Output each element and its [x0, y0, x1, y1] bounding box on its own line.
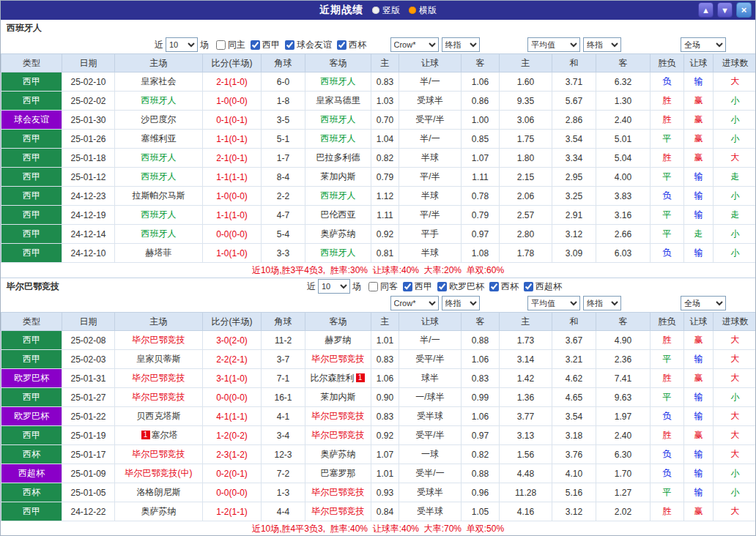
away-team-name[interactable]: 奥萨苏纳 [305, 225, 371, 244]
avg-draw-odds: 3.54 [552, 407, 596, 426]
average-select[interactable]: 平均值 [527, 37, 580, 52]
away-team-name[interactable]: 毕尔巴鄂竞技 [305, 483, 371, 502]
league-filter-input[interactable] [285, 40, 294, 50]
avg-home-odds: 1.42 [500, 369, 552, 388]
bookmaker-select[interactable]: Crow* [390, 296, 439, 310]
layout-radio-horizontal[interactable]: 横版 [409, 4, 437, 17]
odds-away: 0.86 [462, 92, 500, 111]
home-team-name[interactable]: 皇家贝蒂斯 [115, 350, 203, 369]
home-team-name[interactable]: 毕尔巴鄂竞技 [115, 388, 203, 407]
average-select[interactable]: 平均值 [527, 296, 580, 310]
away-team-name[interactable]: 巴塞罗那 [305, 464, 371, 483]
home-team-name[interactable]: 西班牙人 [115, 225, 203, 244]
league-filter-checkbox[interactable]: 西杯 [337, 39, 366, 51]
home-team-name[interactable]: 西班牙人 [115, 168, 203, 187]
avg-home-odds: 9.35 [500, 92, 552, 111]
away-team-label: 比尔森胜利 [311, 373, 355, 383]
league-filter-checkbox[interactable]: 西超杯 [524, 280, 562, 293]
away-team-name[interactable]: 毕尔巴鄂竞技 [305, 350, 371, 369]
recent-filter-group: 近 10 场 同主 西甲 球会友谊 西杯 [152, 37, 366, 53]
league-filter-input[interactable] [489, 282, 499, 291]
result-handicap: 赢 [684, 426, 714, 445]
away-team-name[interactable]: 皇家马德里 [305, 92, 371, 111]
home-team-name[interactable]: 西班牙人 [115, 149, 203, 168]
home-team-name[interactable]: 西班牙人 [115, 92, 203, 111]
column-header: 主场 [115, 313, 203, 331]
league-filter-checkbox[interactable]: 西甲 [251, 39, 280, 51]
home-team-name[interactable]: 沙巴度尔 [115, 111, 203, 130]
home-team-label: 西班牙人 [141, 152, 177, 163]
away-team-name[interactable]: 毕尔巴鄂竞技 [305, 407, 371, 426]
match-row: 西甲24-12-23拉斯帕尔马斯1-0(0-0)2-2西班牙人1.12半球0.7… [1, 187, 756, 206]
result-outcome: 平 [651, 225, 684, 244]
odds-home: 1.03 [371, 92, 399, 111]
home-team-name[interactable]: 塞维利亚 [115, 130, 203, 149]
match-type-badge: 西甲 [1, 426, 62, 445]
home-team-name[interactable]: 奥萨苏纳 [115, 502, 203, 521]
home-team-name[interactable]: 赫塔菲 [115, 244, 203, 263]
home-team-name[interactable]: 毕尔巴鄂竞技 [115, 331, 203, 350]
away-team-name[interactable]: 奥萨苏纳 [305, 445, 371, 464]
same-venue-checkbox[interactable]: 同主 [216, 39, 245, 51]
away-team-name[interactable]: 莱加内斯 [305, 388, 371, 407]
same-venue-input[interactable] [216, 40, 226, 50]
match-scope-select[interactable]: 全场 [681, 296, 726, 310]
home-team-label: 毕尔巴鄂竞技 [133, 335, 185, 345]
away-team-name[interactable]: 巴拉多利德 [305, 149, 371, 168]
away-team-name[interactable]: 西班牙人 [305, 244, 371, 263]
match-scope-select[interactable]: 全场 [681, 37, 726, 52]
layout-radio-vertical[interactable]: 竖版 [372, 4, 400, 17]
odds-home: 0.83 [371, 350, 399, 369]
final-odds-select[interactable]: 终指 [442, 296, 480, 310]
match-date: 24-12-10 [62, 244, 115, 263]
recent-count-select[interactable]: 10 [318, 279, 350, 294]
away-team-label: 奥萨苏纳 [321, 228, 356, 239]
away-team-name[interactable]: 莱加内斯 [305, 168, 371, 187]
league-filter-checkbox[interactable]: 西甲 [403, 280, 432, 293]
league-filter-input[interactable] [524, 282, 533, 291]
final-odds-select[interactable]: 终指 [583, 37, 621, 52]
close-button[interactable]: × [736, 2, 752, 18]
away-team-name[interactable]: 西班牙人 [305, 130, 371, 149]
home-team-name[interactable]: 皇家社会 [115, 72, 203, 92]
home-team-name[interactable]: 毕尔巴鄂竞技 [115, 445, 203, 464]
away-team-name[interactable]: 比尔森胜利1 [305, 369, 371, 388]
away-team-name[interactable]: 巴伦西亚 [305, 206, 371, 225]
home-team-name[interactable]: 毕尔巴鄂竞技 [115, 369, 203, 388]
avg-away-odds: 4.90 [596, 331, 651, 350]
league-filter-checkbox[interactable]: 欧罗巴杯 [437, 280, 484, 293]
scroll-up-button[interactable]: ▲ [698, 2, 714, 18]
home-team-name[interactable]: 西班牙人 [115, 206, 203, 225]
away-team-name[interactable]: 毕尔巴鄂竞技 [305, 502, 371, 521]
bookmaker-select[interactable]: Crow* [390, 37, 439, 52]
same-venue-checkbox[interactable]: 同客 [368, 280, 398, 293]
home-team-name[interactable]: 拉斯帕尔马斯 [115, 187, 203, 206]
league-filter-checkbox[interactable]: 西杯 [489, 280, 519, 293]
league-filter-checkbox[interactable]: 球会友谊 [285, 39, 332, 51]
result-outcome: 平 [651, 206, 684, 225]
league-filter-input[interactable] [437, 282, 447, 291]
column-header: 主 [371, 313, 399, 331]
recent-count-select[interactable]: 10 [166, 37, 198, 52]
home-team-name[interactable]: 1塞尔塔 [115, 426, 203, 445]
home-team-name[interactable]: 毕尔巴鄂竞技(中) [115, 464, 203, 483]
match-type-badge: 西甲 [1, 331, 62, 350]
home-team-name[interactable]: 洛格朗尼斯 [115, 483, 203, 502]
league-filter-input[interactable] [251, 40, 260, 50]
column-header: 胜负 [651, 54, 684, 72]
avg-draw-odds: 2.86 [552, 111, 596, 130]
final-odds-select[interactable]: 终指 [442, 37, 480, 52]
away-team-name[interactable]: 赫罗纳 [305, 331, 371, 350]
final-odds-select[interactable]: 终指 [583, 296, 621, 310]
away-team-name[interactable]: 西班牙人 [305, 187, 371, 206]
odds-away: 0.97 [462, 426, 500, 445]
away-team-name[interactable]: 西班牙人 [305, 72, 371, 92]
league-filter-input[interactable] [337, 40, 346, 50]
scroll-down-button[interactable]: ▼ [717, 2, 733, 18]
league-filter-input[interactable] [403, 282, 412, 291]
away-team-name[interactable]: 毕尔巴鄂竞技 [305, 426, 371, 445]
halftime-score: 0-2(0-1) [203, 464, 262, 483]
home-team-name[interactable]: 贝西克塔斯 [115, 407, 203, 426]
away-team-name[interactable]: 西班牙人 [305, 111, 371, 130]
same-venue-input[interactable] [368, 282, 378, 291]
